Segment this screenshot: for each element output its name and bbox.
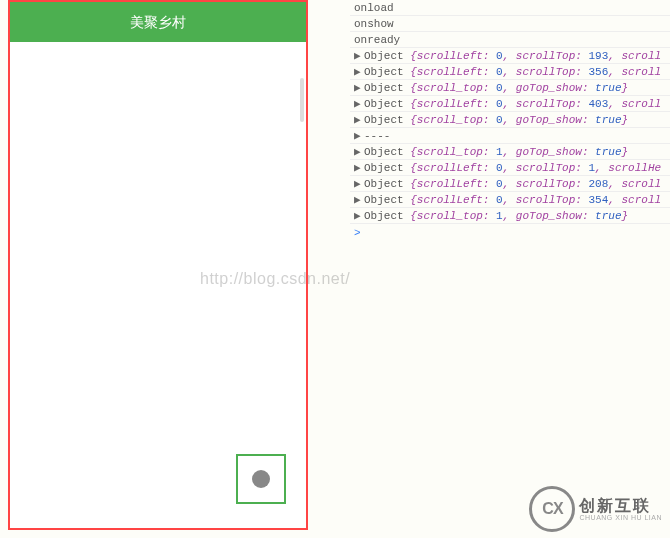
chevron-right-icon[interactable]: ▶ [354,128,364,144]
brand-name-cn: 创新互联 [579,498,662,514]
console-panel[interactable]: onload onshow onready▶Object {scrollLeft… [350,0,670,538]
console-object-value: 0 [496,82,503,94]
console-line[interactable]: ▶Object {scrollLeft: 0, scrollTop: 354, … [350,192,670,208]
console-object-key: scrollTop [516,162,575,174]
chevron-right-icon[interactable]: ▶ [354,80,364,96]
console-object-key: scroll_top [417,114,483,126]
console-object-key: scrollLeft [417,194,483,206]
phone-simulator: 美聚乡村 [8,0,308,530]
console-text: onload [354,2,394,14]
chevron-right-icon[interactable]: ▶ [354,160,364,176]
console-object-label: Object [364,194,410,206]
console-line[interactable]: onshow [350,16,670,32]
console-text: onready [354,34,400,46]
console-line[interactable]: onload [350,0,670,16]
console-object-key: goTop_show [516,82,582,94]
console-object-value: 356 [588,66,608,78]
console-line[interactable]: ▶Object {scrollLeft: 0, scrollTop: 356, … [350,64,670,80]
console-line[interactable]: ▶Object {scroll_top: 0, goTop_show: true… [350,80,670,96]
console-object-value: 0 [496,114,503,126]
console-object-key: scroll [622,98,662,110]
console-line[interactable]: ▶Object {scrollLeft: 0, scrollTop: 1, sc… [350,160,670,176]
console-object-value: 354 [588,194,608,206]
console-line[interactable]: ▶Object {scroll_top: 1, goTop_show: true… [350,144,670,160]
console-object-label: Object [364,210,410,222]
console-object-label: Object [364,178,410,190]
brand-logo: CX 创新互联 CHUANG XIN HU LIAN [529,486,662,532]
console-line[interactable]: ▶Object {scrollLeft: 0, scrollTop: 193, … [350,48,670,64]
console-object-key: goTop_show [516,210,582,222]
console-object-value: 0 [496,194,503,206]
goto-top-button[interactable] [236,454,286,504]
console-object-key: scrollTop [516,194,575,206]
chevron-right-icon[interactable]: ▶ [354,208,364,224]
console-object-value: 193 [588,50,608,62]
console-object-label: Object [364,114,410,126]
chevron-right-icon[interactable]: ▶ [354,96,364,112]
console-object-value: 0 [496,66,503,78]
console-object-value: 0 [496,178,503,190]
console-object-value: 0 [496,50,503,62]
console-divider: ---- [364,130,390,142]
console-object-key: scrollLeft [417,162,483,174]
console-object-key: scrollTop [516,50,575,62]
console-line[interactable]: ▶---- [350,128,670,144]
console-object-value: true [595,146,621,158]
console-object-label: Object [364,66,410,78]
console-object-value: true [595,82,621,94]
console-object-key: scroll [622,178,662,190]
console-object-key: scrollLeft [417,178,483,190]
console-object-key: scrollHe [608,162,661,174]
console-object-key: scroll [622,50,662,62]
brand-logo-icon: CX [529,486,575,532]
console-object-label: Object [364,98,410,110]
chevron-right-icon[interactable]: ▶ [354,48,364,64]
console-object-key: goTop_show [516,146,582,158]
phone-title: 美聚乡村 [130,14,186,30]
console-line[interactable]: ▶Object {scrollLeft: 0, scrollTop: 208, … [350,176,670,192]
chevron-right-icon[interactable]: ▶ [354,176,364,192]
console-object-key: goTop_show [516,114,582,126]
console-object-value: true [595,210,621,222]
brand-name-en: CHUANG XIN HU LIAN [579,514,662,521]
console-object-label: Object [364,50,410,62]
console-object-key: scroll [622,66,662,78]
console-object-key: scrollLeft [417,66,483,78]
console-object-key: scroll_top [417,146,483,158]
console-line[interactable]: ▶Object {scrollLeft: 0, scrollTop: 403, … [350,96,670,112]
console-object-value: 208 [588,178,608,190]
console-object-label: Object [364,146,410,158]
console-object-key: scroll [622,194,662,206]
chevron-right-icon[interactable]: ▶ [354,144,364,160]
console-object-key: scrollTop [516,178,575,190]
phone-header: 美聚乡村 [10,2,306,42]
console-object-value: 0 [496,162,503,174]
console-object-key: scroll_top [417,82,483,94]
console-object-key: scrollLeft [417,98,483,110]
console-line[interactable]: ▶Object {scroll_top: 1, goTop_show: true… [350,208,670,224]
goto-top-icon [252,470,270,488]
console-text: onshow [354,18,394,30]
console-object-key: scrollTop [516,66,575,78]
console-object-label: Object [364,162,410,174]
console-prompt[interactable]: > [350,224,670,243]
console-object-key: scrollLeft [417,50,483,62]
console-object-value: true [595,114,621,126]
scrollbar[interactable] [300,78,304,122]
console-object-value: 1 [496,146,503,158]
chevron-right-icon[interactable]: ▶ [354,112,364,128]
console-line[interactable]: ▶Object {scroll_top: 0, goTop_show: true… [350,112,670,128]
console-object-key: scrollTop [516,98,575,110]
console-object-value: 403 [588,98,608,110]
watermark-text: http://blog.csdn.net/ [200,270,350,288]
chevron-right-icon[interactable]: ▶ [354,64,364,80]
console-object-key: scroll_top [417,210,483,222]
console-object-value: 1 [496,210,503,222]
console-line[interactable]: onready [350,32,670,48]
chevron-right-icon[interactable]: ▶ [354,192,364,208]
console-object-value: 0 [496,98,503,110]
console-object-label: Object [364,82,410,94]
